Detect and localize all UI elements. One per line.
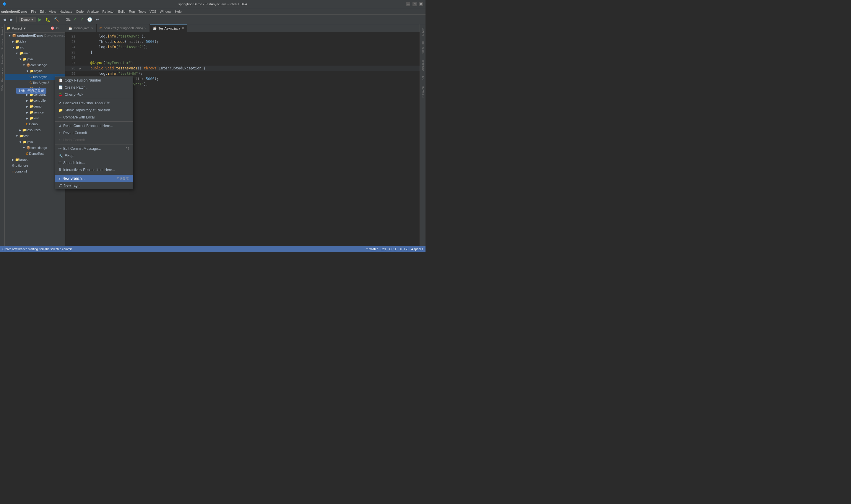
ctx-show-repo[interactable]: 📁 Show Repository at Revision xyxy=(55,107,133,114)
menu-refactor[interactable]: Refactor xyxy=(101,9,116,14)
code-line-29: 29 log.info("test休眠"); xyxy=(65,71,420,76)
ctx-edit-msg[interactable]: ✏ Edit Commit Message... F2 xyxy=(55,145,133,152)
sidebar-collapse-button[interactable]: — xyxy=(60,26,63,30)
ctx-create-patch[interactable]: 📄 Create Patch... xyxy=(55,84,133,91)
controller-label: controller xyxy=(33,99,47,102)
ctx-copy-revision[interactable]: 📋 Copy Revision Number xyxy=(55,77,133,84)
right-restfultool[interactable]: RestfulTool xyxy=(421,39,425,57)
project-icon: 📁 xyxy=(6,26,11,30)
menu-code[interactable]: Code xyxy=(74,9,85,14)
ctx-checkout[interactable]: ↗ Checkout Revision '1dee887f' xyxy=(55,100,133,107)
root-expand-icon: ▼ xyxy=(8,34,11,37)
ctx-new-tag[interactable]: 🏷 New Tag... xyxy=(55,182,133,189)
service-expand-icon: ▶ xyxy=(26,111,29,114)
ctx-compare-local[interactable]: ⇔ Compare with Local xyxy=(55,114,133,121)
right-nexachat[interactable]: NexaChat xyxy=(421,83,425,100)
ctx-tag-icon: 🏷 xyxy=(58,183,62,187)
debug-button[interactable]: 🐛 xyxy=(44,17,51,22)
tab-pom[interactable]: m pom.xml (springbootDemo) ✕ xyxy=(97,24,150,32)
activity-favorites[interactable]: Favorites xyxy=(0,52,4,66)
menu-help[interactable]: Help xyxy=(174,9,183,14)
sidebar-locate-button[interactable]: 🎯 xyxy=(51,26,55,30)
run-button[interactable]: ▶ xyxy=(37,17,43,22)
tab-demo-close[interactable]: ✕ xyxy=(91,26,93,30)
sidebar-header: 📁 Project ▼ 🎯 ⚙ — xyxy=(5,24,65,33)
demo-label: demo xyxy=(33,105,42,108)
close-button[interactable]: ✕ xyxy=(419,2,423,6)
menu-edit[interactable]: Edit xyxy=(38,9,47,14)
build-button[interactable]: 🔨 xyxy=(53,17,60,22)
test-package-icon: 📦 xyxy=(26,146,31,150)
ctx-undo-commit: ↶ Undo Commit... xyxy=(55,137,133,144)
tab-pom-close[interactable]: ✕ xyxy=(144,26,147,30)
back-button[interactable]: ◀ xyxy=(2,17,7,22)
activity-structure[interactable]: Structure xyxy=(0,37,4,52)
ctx-copy-icon: 📋 xyxy=(58,78,63,83)
toolbar-separator-1 xyxy=(16,17,17,22)
ctx-new-branch-hint: 2.点击 ① xyxy=(117,176,129,180)
status-charset: UTF-8 xyxy=(400,248,409,251)
async-folder-icon: 📁 xyxy=(30,69,34,73)
ctx-fixup[interactable]: 🔧 Fixup... xyxy=(55,152,133,159)
menu-build[interactable]: Build xyxy=(117,9,127,14)
ctx-cherry-pick[interactable]: 🍒 Cherry-Pick xyxy=(55,91,133,98)
tree-async[interactable]: ▼ 📁 async xyxy=(5,68,65,74)
menu-tools[interactable]: Tools xyxy=(137,9,147,14)
right-maven[interactable]: Maven xyxy=(421,25,425,38)
ctx-rebase[interactable]: ⇅ Interactively Rebase from Here... xyxy=(55,166,133,174)
status-bar: Create new branch starting from the sele… xyxy=(0,246,426,252)
menu-view[interactable]: View xyxy=(48,9,58,14)
menu-window[interactable]: Window xyxy=(158,9,173,14)
menu-navigate[interactable]: Navigate xyxy=(58,9,74,14)
tree-package[interactable]: ▼ 📦 com.xiaoge xyxy=(5,62,65,68)
activity-project[interactable]: Project xyxy=(0,25,4,37)
ctx-sep-4 xyxy=(55,174,133,174)
tree-root[interactable]: ▼ 📦 springbootDemo D:/workspace/zhangxia… xyxy=(5,33,65,38)
ctx-reset-branch[interactable]: ↺ Reset Current Branch to Here... xyxy=(55,122,133,129)
tab-demo[interactable]: ☕ Demo.java ✕ xyxy=(65,24,97,32)
vcs-rollback[interactable]: ↩ xyxy=(94,17,101,22)
right-database[interactable]: Database xyxy=(421,57,425,74)
ctx-new-branch[interactable]: ⑂ New Branch... 2.点击 ① xyxy=(55,175,133,182)
root-path: D:/workspace/zhangxiao-java/springboot xyxy=(44,34,65,37)
right-ant[interactable]: Ant xyxy=(421,74,425,83)
test-java-folder-icon: 📁 xyxy=(23,140,27,144)
vcs-history[interactable]: 🕐 xyxy=(86,17,93,22)
maximize-button[interactable]: □ xyxy=(413,2,417,6)
package-expand-icon: ▼ xyxy=(22,64,25,67)
activity-web[interactable]: Web xyxy=(0,84,4,92)
ctx-compare-label: Compare with Local xyxy=(63,115,94,119)
menu-file[interactable]: File xyxy=(30,9,38,14)
ctx-edit-label: Edit Commit Message... xyxy=(63,146,101,151)
forward-button[interactable]: ▶ xyxy=(8,17,14,22)
resources-folder-icon: 📁 xyxy=(22,128,26,132)
sidebar-actions: 🎯 ⚙ — xyxy=(51,26,63,30)
ctx-reset-label: Reset Current Branch to Here... xyxy=(63,124,113,128)
sidebar-dropdown-icon[interactable]: ▼ xyxy=(23,26,26,30)
tab-testasync[interactable]: ☕ TestAsync.java ✕ xyxy=(150,24,187,32)
editor-tab-bar: ☕ Demo.java ✕ m pom.xml (springbootDemo)… xyxy=(65,24,420,33)
vcs-commit[interactable]: ✓ xyxy=(79,17,85,22)
menu-run[interactable]: Run xyxy=(127,9,136,14)
menu-analyze[interactable]: Analyze xyxy=(86,9,100,14)
activity-persistence[interactable]: Persistence xyxy=(0,66,4,84)
ctx-repo-icon: 📁 xyxy=(58,108,63,112)
minimize-button[interactable]: — xyxy=(406,2,410,6)
title-bar-controls: — □ ✕ xyxy=(406,2,423,6)
ctx-revert-commit[interactable]: ↩ Revert Commit xyxy=(55,129,133,137)
tab-testasync-close[interactable]: ✕ xyxy=(182,26,184,30)
tree-java[interactable]: ▼ 📁 java xyxy=(5,56,65,62)
test-java-expand-icon: ▼ xyxy=(19,140,22,144)
run-config-dropdown[interactable]: Demo ▼ xyxy=(19,17,36,22)
src-expand-icon: ▼ xyxy=(12,46,15,49)
demo-class-label: Demo xyxy=(29,122,38,126)
tree-src[interactable]: ▼ 📁 src xyxy=(5,44,65,50)
ctx-squash[interactable]: ⊡ Squash Into... xyxy=(55,159,133,166)
vcs-update[interactable]: ✓ xyxy=(72,17,78,22)
tree-main[interactable]: ▼ 📁 main xyxy=(5,50,65,56)
ctx-cherry-icon: 🍒 xyxy=(58,92,63,96)
right-activity-bar: Maven RestfulTool Database Ant NexaChat xyxy=(420,24,426,252)
tree-idea[interactable]: ▶ 📁 .idea xyxy=(5,38,65,44)
sidebar-settings-button[interactable]: ⚙ xyxy=(56,26,59,30)
menu-vcs[interactable]: VCS xyxy=(148,9,158,14)
